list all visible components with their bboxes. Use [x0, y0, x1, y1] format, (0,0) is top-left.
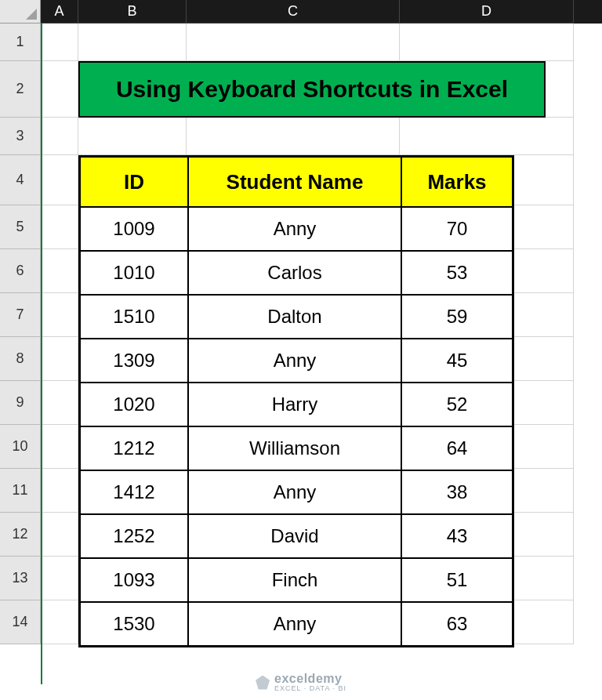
watermark-brand: exceldemy: [274, 673, 346, 685]
table-row[interactable]: 1252David43: [80, 514, 513, 558]
row-header-9[interactable]: 9: [0, 381, 41, 425]
row-header-12[interactable]: 12: [0, 513, 41, 557]
cell-id[interactable]: 1309: [80, 339, 188, 383]
watermark-tagline: EXCEL · DATA · BI: [274, 685, 346, 692]
row-header-4[interactable]: 4: [0, 155, 41, 205]
cell-marks[interactable]: 63: [401, 602, 513, 646]
cell-name[interactable]: Williamson: [188, 426, 401, 470]
header-marks-label: Marks: [422, 170, 491, 194]
spreadsheet-view: ABCD 1234567891011121314 Using Keyboard …: [0, 0, 602, 700]
column-header-B[interactable]: B: [78, 0, 187, 24]
student-table: IDStudent NameMarks1009Anny701010Carlos5…: [78, 155, 514, 647]
header-id-label: ID: [119, 170, 149, 194]
row-header-13[interactable]: 13: [0, 557, 41, 600]
watermark: exceldemy EXCEL · DATA · BI: [0, 673, 602, 692]
cell-marks[interactable]: 43: [401, 514, 513, 558]
cell-id[interactable]: 1530: [80, 602, 188, 646]
cell-id[interactable]: 1412: [80, 470, 188, 514]
cell-id[interactable]: 1010: [80, 251, 188, 295]
cell-name[interactable]: Harry: [188, 383, 401, 426]
cell-id[interactable]: 1510: [80, 295, 188, 339]
cell-id[interactable]: 1212: [80, 426, 188, 470]
cell-name[interactable]: Finch: [188, 558, 401, 602]
cell-marks[interactable]: 45: [401, 339, 513, 383]
column-headers: ABCD: [41, 0, 602, 24]
table-row[interactable]: 1020Harry52: [80, 383, 513, 426]
cell-name[interactable]: Anny: [188, 470, 401, 514]
cell-name[interactable]: David: [188, 514, 401, 558]
header-name[interactable]: Student Name: [188, 157, 401, 207]
table-row[interactable]: 1009Anny70: [80, 207, 513, 251]
cell-name[interactable]: Dalton: [188, 295, 401, 339]
row-header-2[interactable]: 2: [0, 61, 41, 118]
cell-marks[interactable]: 52: [401, 383, 513, 426]
cell-name[interactable]: Anny: [188, 339, 401, 383]
row-header-3[interactable]: 3: [0, 118, 41, 155]
row-header-6[interactable]: 6: [0, 249, 41, 293]
row-header-5[interactable]: 5: [0, 205, 41, 249]
cell-grid[interactable]: Using Keyboard Shortcuts in Excel IDStud…: [41, 24, 602, 700]
title-text: Using Keyboard Shortcuts in Excel: [116, 76, 508, 103]
row-header-1[interactable]: 1: [0, 24, 41, 61]
table-row[interactable]: 1412Anny38: [80, 470, 513, 514]
title-banner[interactable]: Using Keyboard Shortcuts in Excel: [78, 61, 546, 118]
cell-marks[interactable]: 51: [401, 558, 513, 602]
select-all-corner[interactable]: [0, 0, 41, 24]
cell-id[interactable]: 1093: [80, 558, 188, 602]
table-row[interactable]: 1093Finch51: [80, 558, 513, 602]
active-column-indicator: [41, 24, 42, 684]
column-header-C[interactable]: C: [187, 0, 400, 24]
column-header-D[interactable]: D: [400, 0, 574, 24]
row-header-10[interactable]: 10: [0, 425, 41, 469]
cell-name[interactable]: Carlos: [188, 251, 401, 295]
table-row[interactable]: 1510Dalton59: [80, 295, 513, 339]
watermark-logo-icon: [256, 676, 270, 690]
table-row[interactable]: 1010Carlos53: [80, 251, 513, 295]
row-header-14[interactable]: 14: [0, 600, 41, 644]
row-header-11[interactable]: 11: [0, 469, 41, 513]
header-id[interactable]: ID: [80, 157, 188, 207]
table-row[interactable]: 1212Williamson64: [80, 426, 513, 470]
cell-marks[interactable]: 64: [401, 426, 513, 470]
cell-marks[interactable]: 38: [401, 470, 513, 514]
cell-marks[interactable]: 59: [401, 295, 513, 339]
cell-id[interactable]: 1009: [80, 207, 188, 251]
table-row[interactable]: 1530Anny63: [80, 602, 513, 646]
cell-marks[interactable]: 53: [401, 251, 513, 295]
row-header-8[interactable]: 8: [0, 337, 41, 381]
table-row[interactable]: 1309Anny45: [80, 339, 513, 383]
column-header-A[interactable]: A: [41, 0, 78, 24]
cell-id[interactable]: 1020: [80, 383, 188, 426]
cell-name[interactable]: Anny: [188, 207, 401, 251]
row-headers: 1234567891011121314: [0, 24, 41, 644]
cell-name[interactable]: Anny: [188, 602, 401, 646]
row-header-7[interactable]: 7: [0, 293, 41, 337]
header-name-label: Student Name: [222, 170, 368, 194]
header-marks[interactable]: Marks: [401, 157, 513, 207]
cell-id[interactable]: 1252: [80, 514, 188, 558]
cell-marks[interactable]: 70: [401, 207, 513, 251]
